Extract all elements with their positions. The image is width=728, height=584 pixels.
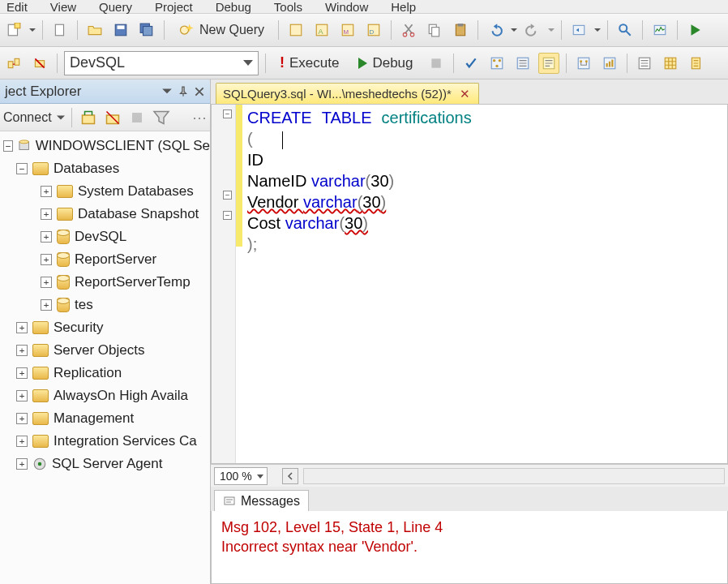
collapse-icon[interactable]: −: [3, 140, 13, 152]
analysis-query-button[interactable]: A: [311, 19, 332, 41]
cut-button[interactable]: [398, 19, 419, 41]
expand-icon[interactable]: +: [41, 231, 52, 243]
object-explorer-tree[interactable]: − WINDOWSCLIENT (SQL Se − Databases + Sy…: [0, 131, 210, 584]
open-button[interactable]: [84, 19, 105, 41]
results-file-button[interactable]: [686, 53, 707, 74]
code-editor[interactable]: − − − CREATE TABLE certifications ( ID N…: [211, 104, 728, 464]
new-query-button[interactable]: New Query: [171, 19, 272, 41]
tree-database-snapshots[interactable]: + Database Snapshot: [0, 203, 210, 225]
expand-icon[interactable]: +: [16, 458, 28, 470]
expand-icon[interactable]: +: [41, 208, 52, 220]
tree-reportserver[interactable]: + ReportServer: [0, 248, 210, 271]
expand-icon[interactable]: +: [41, 299, 52, 311]
tab-close-icon[interactable]: ✕: [458, 87, 472, 101]
dmx-query-button[interactable]: D: [363, 19, 384, 41]
tree-security[interactable]: + Security: [0, 316, 210, 339]
undo-dropdown-icon[interactable]: [511, 27, 517, 33]
connect-oe-button[interactable]: [79, 108, 98, 127]
menu-query[interactable]: Query: [99, 0, 132, 14]
menu-debug[interactable]: Debug: [216, 0, 251, 14]
expand-icon[interactable]: +: [16, 322, 28, 333]
disconnect-oe-button[interactable]: [103, 108, 122, 127]
tree-reportservertemp[interactable]: + ReportServerTemp: [0, 271, 210, 294]
tree-devsql[interactable]: + DevSQL: [0, 225, 210, 248]
new-file-button[interactable]: [49, 19, 71, 41]
tree-management[interactable]: + Management: [0, 407, 210, 430]
tree-replication[interactable]: + Replication: [0, 362, 210, 384]
expand-icon[interactable]: +: [41, 254, 52, 265]
tree-system-databases[interactable]: + System Databases: [0, 180, 210, 203]
est-plan-button[interactable]: [486, 53, 507, 74]
overflow-icon[interactable]: ⋯: [192, 109, 207, 127]
results-grid-button[interactable]: [660, 53, 681, 74]
tree-alwayson[interactable]: + AlwaysOn High Availa: [0, 384, 210, 407]
tree-sql-server-agent[interactable]: + SQL Server Agent: [0, 453, 210, 475]
new-project-button[interactable]: [3, 19, 24, 41]
tree-tes[interactable]: + tes: [0, 294, 210, 316]
menu-view[interactable]: View: [50, 0, 76, 14]
undo-button[interactable]: [485, 19, 506, 41]
menu-help[interactable]: Help: [391, 0, 416, 14]
results-text-button[interactable]: [634, 53, 655, 74]
nav-back-button[interactable]: [568, 19, 589, 41]
save-all-button[interactable]: [136, 19, 157, 41]
tree-databases[interactable]: − Databases: [0, 157, 210, 180]
code-text[interactable]: CREATE TABLE certifications ( ID NameID …: [247, 108, 727, 256]
messages-tab[interactable]: Messages: [214, 490, 309, 511]
dropdown-arrow-icon[interactable]: [29, 27, 36, 33]
parse-button[interactable]: [460, 53, 482, 74]
tree-server-objects[interactable]: + Server Objects: [0, 339, 210, 362]
expand-icon[interactable]: +: [41, 186, 52, 197]
find-button[interactable]: [615, 19, 636, 41]
nav-dropdown-icon[interactable]: [594, 27, 601, 33]
zoom-combo[interactable]: 100 %: [214, 467, 268, 485]
stop-oe-button[interactable]: [127, 108, 147, 127]
disconnect-button[interactable]: [29, 53, 50, 74]
tree-server-root[interactable]: − WINDOWSCLIENT (SQL Se: [0, 135, 210, 157]
horizontal-scrollbar[interactable]: [303, 468, 725, 484]
redo-dropdown-icon[interactable]: [548, 27, 555, 33]
dropdown-icon[interactable]: [161, 86, 173, 97]
menu-tools[interactable]: Tools: [274, 0, 302, 14]
menu-project[interactable]: Project: [155, 0, 193, 14]
menu-window[interactable]: Window: [325, 0, 368, 14]
expand-icon[interactable]: +: [41, 277, 52, 288]
expand-icon[interactable]: +: [16, 390, 28, 402]
expand-icon[interactable]: +: [16, 436, 28, 447]
editor-tab[interactable]: SQLQuery3.sql - WI...\meshedtechs (52))*…: [216, 83, 479, 104]
debug-button[interactable]: Debug: [351, 52, 420, 75]
intellisense-button[interactable]: [538, 53, 559, 74]
paste-button[interactable]: [450, 19, 471, 41]
connect-dropdown-icon[interactable]: [57, 114, 65, 122]
db-engine-query-button[interactable]: [285, 19, 306, 41]
change-connection-button[interactable]: [3, 53, 24, 74]
menu-edit[interactable]: Edit: [6, 0, 28, 14]
scroll-left-button[interactable]: [282, 468, 298, 484]
database-combo[interactable]: DevSQL: [64, 51, 259, 75]
query-options-button[interactable]: [512, 53, 533, 74]
outline-toggle-icon[interactable]: −: [223, 110, 232, 118]
connect-button[interactable]: Connect: [3, 110, 52, 125]
copy-button[interactable]: [424, 19, 445, 41]
include-plan-button[interactable]: [573, 53, 594, 74]
expand-icon[interactable]: +: [16, 367, 28, 379]
object-explorer-title: ject Explorer: [5, 84, 81, 100]
collapse-icon[interactable]: −: [16, 163, 28, 174]
save-button[interactable]: [110, 19, 131, 41]
stop-button[interactable]: [426, 53, 447, 74]
redo-button[interactable]: [522, 19, 543, 41]
mdx-query-button[interactable]: M: [337, 19, 358, 41]
close-icon[interactable]: [194, 86, 205, 97]
outline-toggle-icon[interactable]: −: [223, 191, 232, 200]
activity-monitor-button[interactable]: [649, 19, 670, 41]
outline-toggle-icon[interactable]: −: [223, 211, 232, 220]
expand-icon[interactable]: +: [16, 413, 28, 424]
messages-panel[interactable]: Msg 102, Level 15, State 1, Line 4 Incor…: [211, 511, 728, 584]
include-stats-button[interactable]: [599, 53, 620, 74]
start-button[interactable]: [684, 19, 705, 41]
tree-integration-services[interactable]: + Integration Services Ca: [0, 430, 210, 453]
execute-button[interactable]: ! Execute: [272, 52, 346, 75]
filter-button[interactable]: [152, 108, 171, 127]
expand-icon[interactable]: +: [16, 345, 28, 356]
pin-icon[interactable]: [178, 86, 189, 97]
